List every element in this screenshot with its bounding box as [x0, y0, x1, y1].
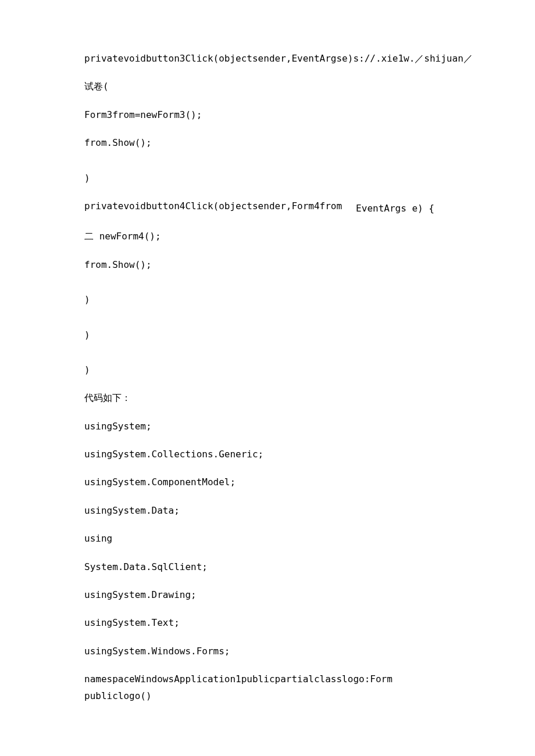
code-line: 代码如下： [84, 392, 535, 404]
code-text-right: EventArgs e) { [356, 202, 434, 215]
code-line: usingSystem.Text; [84, 617, 535, 629]
code-line: ) [84, 364, 535, 377]
code-line: ) [84, 172, 535, 185]
code-line: publiclogo() [84, 690, 535, 703]
code-line: System.Data.SqlClient; [84, 561, 535, 574]
code-line: usingSystem.Drawing; [84, 589, 535, 601]
code-line: from.Show(); [84, 137, 535, 149]
code-line: usingSystem.ComponentModel; [84, 476, 535, 489]
code-line: usingSystem.Windows.Forms; [84, 645, 535, 658]
code-text-left: privatevoidbutton4Click(objectsender,For… [84, 200, 342, 215]
code-line: ) [84, 329, 535, 342]
code-line: usingSystem.Collections.Generic; [84, 448, 535, 461]
code-line: usingSystem; [84, 420, 535, 433]
code-line: from.Show(); [84, 259, 535, 271]
code-line: Form3from=newForm3(); [84, 109, 535, 121]
code-line: ) [84, 293, 535, 306]
code-line: 二 newForm4(); [84, 230, 535, 243]
code-line: privatevoidbutton4Click(objectsender,For… [84, 200, 535, 215]
code-line: using [84, 532, 535, 545]
code-line: namespaceWindowsApplication1publicpartia… [84, 673, 535, 686]
code-line: usingSystem.Data; [84, 504, 535, 517]
code-line: privatevoidbutton3Click(objectsender,Eve… [84, 52, 535, 65]
code-line: 试卷( [84, 80, 535, 93]
